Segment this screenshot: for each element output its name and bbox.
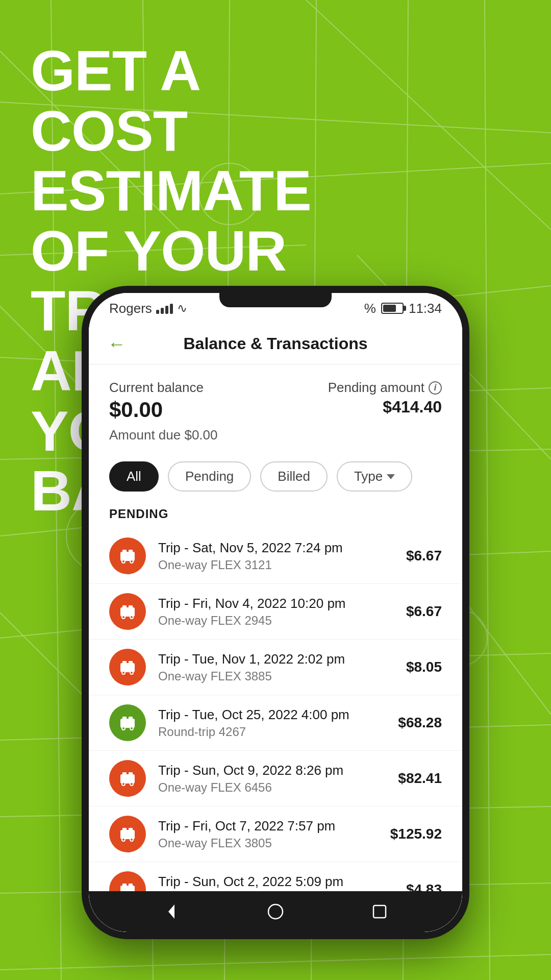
svg-rect-33: [120, 552, 135, 561]
back-nav-button[interactable]: [156, 896, 187, 927]
trip-subtitle: Round-trip 4267: [158, 725, 386, 739]
svg-point-83: [268, 904, 283, 919]
trip-title: Trip - Sun, Oct 2, 2022 5:09 pm: [158, 874, 394, 890]
current-balance-label: Current balance: [109, 380, 204, 396]
table-row[interactable]: Trip - Fri, Nov 4, 2022 10:20 pm One-way…: [89, 584, 462, 640]
balance-section: Current balance $0.00 Pending amount i $…: [89, 364, 462, 453]
recents-nav-button[interactable]: [364, 896, 395, 927]
svg-rect-69: [122, 828, 127, 831]
chevron-down-icon: [387, 474, 395, 479]
current-balance-block: Current balance $0.00: [109, 380, 204, 422]
trip-title: Trip - Fri, Nov 4, 2022 10:20 pm: [158, 596, 394, 611]
svg-rect-77: [129, 884, 133, 887]
filter-billed-button[interactable]: Billed: [260, 461, 328, 492]
svg-rect-54: [120, 719, 135, 728]
home-nav-button[interactable]: [260, 896, 291, 927]
trip-icon: [109, 649, 146, 685]
trip-title: Trip - Sun, Oct 9, 2022 8:26 pm: [158, 763, 386, 778]
trip-title: Trip - Tue, Oct 25, 2022 4:00 pm: [158, 707, 386, 723]
svg-rect-41: [122, 605, 127, 608]
trip-amount: $8.05: [406, 659, 442, 675]
trip-subtitle: One-way FLEX 6456: [158, 780, 386, 795]
svg-rect-76: [122, 884, 127, 887]
wifi-icon: ∿: [177, 301, 187, 315]
filter-row: All Pending Billed Type: [89, 453, 462, 502]
svg-point-59: [122, 727, 124, 729]
back-button[interactable]: ←: [104, 331, 130, 357]
svg-point-67: [131, 783, 133, 785]
trip-title: Trip - Sat, Nov 5, 2022 7:24 pm: [158, 540, 394, 556]
bottom-navigation: [89, 891, 462, 932]
svg-point-66: [122, 783, 124, 785]
phone-device: Rogers ∿ % 11:34 ←: [82, 286, 469, 939]
trip-icon: [109, 593, 146, 630]
svg-rect-49: [129, 661, 133, 664]
svg-point-39: [131, 560, 133, 562]
trip-info: Trip - Sat, Nov 5, 2022 7:24 pm One-way …: [158, 540, 394, 572]
filter-all-button[interactable]: All: [109, 461, 159, 492]
svg-rect-84: [373, 905, 386, 918]
trip-amount: $82.41: [398, 770, 442, 787]
svg-rect-35: [129, 550, 133, 553]
svg-line-14: [0, 954, 551, 970]
trip-amount: $68.28: [398, 715, 442, 731]
svg-point-60: [131, 727, 133, 729]
svg-point-38: [122, 560, 124, 562]
svg-rect-62: [122, 772, 127, 775]
battery-icon: [381, 303, 404, 314]
trip-subtitle: One-way FLEX 3121: [158, 558, 394, 572]
trip-info: Trip - Tue, Oct 25, 2022 4:00 pm Round-t…: [158, 707, 386, 739]
trip-amount: $6.67: [406, 603, 442, 620]
table-row[interactable]: Trip - Tue, Oct 25, 2022 4:00 pm Round-t…: [89, 695, 462, 751]
svg-rect-48: [122, 661, 127, 664]
svg-rect-40: [120, 607, 135, 617]
table-row[interactable]: Trip - Sun, Oct 9, 2022 8:26 pm One-way …: [89, 751, 462, 806]
table-row[interactable]: Trip - Fri, Oct 7, 2022 7:57 pm One-way …: [89, 806, 462, 862]
svg-point-74: [131, 839, 133, 841]
svg-marker-82: [168, 904, 174, 919]
svg-rect-55: [122, 717, 127, 720]
svg-rect-68: [120, 830, 135, 839]
status-right: % 11:34: [364, 301, 442, 316]
trip-info: Trip - Fri, Oct 7, 2022 7:57 pm One-way …: [158, 818, 378, 850]
table-row[interactable]: Trip - Tue, Nov 1, 2022 2:02 pm One-way …: [89, 640, 462, 695]
svg-rect-56: [129, 717, 133, 720]
page-title: Balance & Transactions: [140, 334, 411, 353]
svg-rect-75: [120, 886, 135, 891]
trip-title: Trip - Tue, Nov 1, 2022 2:02 pm: [158, 651, 394, 667]
pending-amount: $414.40: [328, 398, 442, 416]
phone-notch: [219, 293, 332, 307]
signal-icon: [156, 303, 173, 314]
svg-point-53: [131, 672, 133, 674]
trip-subtitle: One-way FLEX 3805: [158, 836, 378, 850]
svg-rect-34: [122, 550, 127, 553]
trip-icon: [109, 816, 146, 852]
trip-amount: $6.67: [406, 548, 442, 564]
svg-point-73: [122, 839, 124, 841]
carrier-name: Rogers: [109, 301, 152, 316]
filter-type-button[interactable]: Type: [337, 461, 412, 492]
table-row[interactable]: Trip - Sat, Nov 5, 2022 7:24 pm One-way …: [89, 528, 462, 584]
svg-point-45: [122, 616, 124, 618]
filter-pending-button[interactable]: Pending: [168, 461, 251, 492]
svg-rect-42: [129, 605, 133, 608]
trip-info: Trip - Sun, Oct 9, 2022 8:26 pm One-way …: [158, 763, 386, 795]
trip-amount: $125.92: [390, 826, 442, 842]
svg-rect-61: [120, 774, 135, 783]
trip-icon: [109, 871, 146, 891]
trip-title: Trip - Fri, Oct 7, 2022 7:57 pm: [158, 818, 378, 834]
trip-icon: [109, 537, 146, 574]
transactions-list: Trip - Sat, Nov 5, 2022 7:24 pm One-way …: [89, 528, 462, 891]
pending-label: Pending amount i: [328, 380, 442, 396]
amount-due: Amount due $0.00: [109, 427, 442, 443]
trip-icon: [109, 704, 146, 741]
carrier-info: Rogers ∿: [109, 301, 187, 316]
info-icon[interactable]: i: [429, 381, 442, 395]
trip-subtitle: One-way FLEX 2945: [158, 614, 394, 628]
pending-block: Pending amount i $414.40: [328, 380, 442, 416]
svg-rect-47: [120, 663, 135, 672]
back-icon: ←: [108, 333, 126, 355]
pending-section-label: PENDING: [89, 502, 462, 528]
table-row[interactable]: Trip - Sun, Oct 2, 2022 5:09 pm One-way …: [89, 862, 462, 891]
trip-amount: $4.83: [406, 881, 442, 891]
